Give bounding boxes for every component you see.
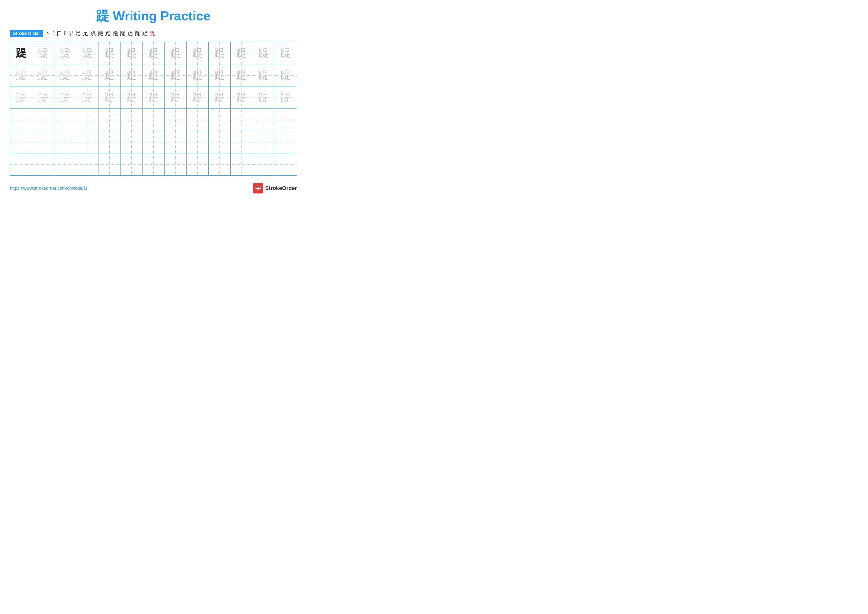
- cell-r2-c8[interactable]: 踶: [164, 64, 186, 86]
- cell-r3-c5[interactable]: 踶: [98, 86, 120, 109]
- cell-r1-c5[interactable]: 踶: [98, 42, 120, 64]
- grid-row-4: [10, 109, 297, 131]
- cell-r6-c6[interactable]: [120, 153, 142, 176]
- cell-r3-c9[interactable]: 踶: [186, 86, 209, 109]
- cell-r5-c12[interactable]: [253, 131, 274, 153]
- cell-r1-c2[interactable]: 踶: [32, 42, 54, 64]
- stroke-11: 跑: [112, 30, 119, 37]
- cell-r3-c8[interactable]: 踶: [164, 86, 186, 109]
- cell-r4-c3[interactable]: [54, 109, 76, 131]
- cell-r2-c13[interactable]: 踶: [274, 64, 297, 86]
- stroke-16: 踶: [149, 30, 156, 37]
- cell-r3-c4[interactable]: 踶: [76, 86, 98, 109]
- cell-r2-c11[interactable]: 踶: [231, 64, 253, 86]
- cell-r6-c12[interactable]: [253, 153, 274, 176]
- cell-r1-c13[interactable]: 踶: [274, 42, 297, 64]
- cell-r1-c1[interactable]: 踶: [10, 42, 32, 64]
- stroke-sequence: 丶 𠃍 口 𠃑 早 足 足 趴 跑 跑 跑 踶 踶 踶 踶 踶: [45, 30, 156, 37]
- cell-r3-c10[interactable]: 踶: [209, 86, 231, 109]
- cell-r1-c11[interactable]: 踶: [231, 42, 253, 64]
- cell-r2-c2[interactable]: 踶: [32, 64, 54, 86]
- cell-r1-c4[interactable]: 踶: [76, 42, 98, 64]
- cell-r1-c12[interactable]: 踶: [253, 42, 274, 64]
- cell-r6-c4[interactable]: [76, 153, 98, 176]
- cell-r5-c11[interactable]: [231, 131, 253, 153]
- cell-r1-c7[interactable]: 踶: [142, 42, 164, 64]
- cell-r4-c4[interactable]: [76, 109, 98, 131]
- cell-r2-c6[interactable]: 踶: [120, 64, 142, 86]
- cell-r1-c10[interactable]: 踶: [209, 42, 231, 64]
- stroke-order-row: Stroke Order 丶 𠃍 口 𠃑 早 足 足 趴 跑 跑 跑 踶 踶 踶…: [10, 30, 297, 37]
- cell-r3-c12[interactable]: 踶: [253, 86, 274, 109]
- cell-r3-c3[interactable]: 踶: [54, 86, 76, 109]
- footer-url[interactable]: https://www.strokeorder.com/chinese/踶: [10, 185, 88, 191]
- cell-r3-c13[interactable]: 踶: [274, 86, 297, 109]
- cell-r4-c2[interactable]: [32, 109, 54, 131]
- cell-r4-c10[interactable]: [209, 109, 231, 131]
- cell-r5-c13[interactable]: [274, 131, 297, 153]
- stroke-5: 早: [67, 30, 74, 37]
- cell-r2-c3[interactable]: 踶: [54, 64, 76, 86]
- cell-r4-c8[interactable]: [164, 109, 186, 131]
- cell-r3-c6[interactable]: 踶: [120, 86, 142, 109]
- cell-r6-c7[interactable]: [142, 153, 164, 176]
- cell-r4-c9[interactable]: [186, 109, 209, 131]
- cell-r2-c4[interactable]: 踶: [76, 64, 98, 86]
- stroke-4: 𠃑: [64, 30, 67, 37]
- page-title: 踶 Writing Practice: [10, 8, 297, 25]
- cell-r4-c7[interactable]: [142, 109, 164, 131]
- stroke-3: 口: [56, 30, 63, 37]
- cell-r6-c9[interactable]: [186, 153, 209, 176]
- footer-logo: 字 StrokeOrder: [253, 183, 297, 193]
- cell-r4-c5[interactable]: [98, 109, 120, 131]
- cell-r1-c9[interactable]: 踶: [186, 42, 209, 64]
- cell-r2-c10[interactable]: 踶: [209, 64, 231, 86]
- cell-r4-c13[interactable]: [274, 109, 297, 131]
- cell-r1-c6[interactable]: 踶: [120, 42, 142, 64]
- cell-r1-c8[interactable]: 踶: [164, 42, 186, 64]
- cell-r3-c1[interactable]: 踶: [10, 86, 32, 109]
- cell-r2-c7[interactable]: 踶: [142, 64, 164, 86]
- cell-r4-c6[interactable]: [120, 109, 142, 131]
- cell-r6-c10[interactable]: [209, 153, 231, 176]
- cell-r2-c5[interactable]: 踶: [98, 64, 120, 86]
- cell-r6-c2[interactable]: [32, 153, 54, 176]
- cell-r6-c11[interactable]: [231, 153, 253, 176]
- cell-r6-c8[interactable]: [164, 153, 186, 176]
- cell-r5-c7[interactable]: [142, 131, 164, 153]
- cell-r5-c1[interactable]: [10, 131, 32, 153]
- cell-r3-c2[interactable]: 踶: [32, 86, 54, 109]
- cell-r4-c1[interactable]: [10, 109, 32, 131]
- cell-r5-c2[interactable]: [32, 131, 54, 153]
- grid-row-6: [10, 153, 297, 176]
- cell-r5-c4[interactable]: [76, 131, 98, 153]
- practice-grid: 踶 踶 踶 踶 踶 踶 踶 踶 踶 踶 踶 踶 踶 踶 踶 踶 踶 踶 踶 踶 …: [10, 42, 297, 176]
- cell-r6-c5[interactable]: [98, 153, 120, 176]
- strokeorder-logo-text: StrokeOrder: [265, 185, 297, 191]
- cell-r5-c9[interactable]: [186, 131, 209, 153]
- cell-r6-c13[interactable]: [274, 153, 297, 176]
- cell-r2-c12[interactable]: 踶: [253, 64, 274, 86]
- grid-row-3: 踶 踶 踶 踶 踶 踶 踶 踶 踶 踶 踶 踶 踶: [10, 86, 297, 109]
- stroke-6: 足: [75, 30, 82, 37]
- cell-r3-c7[interactable]: 踶: [142, 86, 164, 109]
- stroke-9: 跑: [97, 30, 104, 37]
- cell-r4-c11[interactable]: [231, 109, 253, 131]
- cell-r1-c3[interactable]: 踶: [54, 42, 76, 64]
- cell-r5-c8[interactable]: [164, 131, 186, 153]
- cell-r6-c3[interactable]: [54, 153, 76, 176]
- cell-r2-c9[interactable]: 踶: [186, 64, 209, 86]
- cell-r6-c1[interactable]: [10, 153, 32, 176]
- grid-row-1: 踶 踶 踶 踶 踶 踶 踶 踶 踶 踶 踶 踶 踶: [10, 42, 297, 64]
- cell-r5-c6[interactable]: [120, 131, 142, 153]
- cell-r2-c1[interactable]: 踶: [10, 64, 32, 86]
- cell-r5-c10[interactable]: [209, 131, 231, 153]
- stroke-13: 踶: [127, 30, 133, 37]
- cell-r5-c5[interactable]: [98, 131, 120, 153]
- strokeorder-logo-icon: 字: [253, 183, 263, 193]
- cell-r3-c11[interactable]: 踶: [231, 86, 253, 109]
- cell-r5-c3[interactable]: [54, 131, 76, 153]
- stroke-14: 踶: [134, 30, 141, 37]
- stroke-10: 跑: [104, 30, 112, 37]
- cell-r4-c12[interactable]: [253, 109, 274, 131]
